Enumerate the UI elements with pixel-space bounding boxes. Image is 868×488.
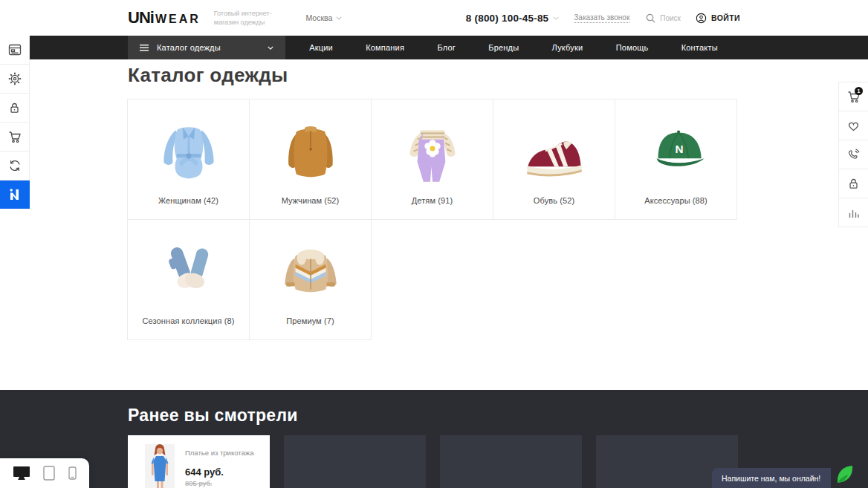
gear-icon	[8, 72, 22, 85]
phone-number[interactable]: 8 (800) 100-45-85	[466, 13, 559, 24]
top-header: UNi Wear Готовый интернет- магазин одежд…	[0, 0, 868, 36]
chevron-down-icon	[553, 16, 559, 20]
recently-viewed-title: Ранее вы смотрели	[128, 390, 740, 426]
nav-item-kontakty[interactable]: Контакты	[681, 43, 718, 52]
category-image-camel-sweater	[250, 111, 371, 195]
viewed-placeholder-card	[284, 435, 426, 488]
access-button[interactable]	[0, 94, 30, 123]
recently-viewed-row: Платье из трикотажа 644 руб. 805 руб.	[128, 435, 740, 488]
category-image-lilac-romper	[372, 111, 493, 195]
category-image-shearling-jacket	[250, 232, 371, 315]
category-card-seasonal[interactable]: Сезонная коллекция (8)	[127, 219, 250, 340]
callback-button[interactable]	[838, 140, 868, 169]
phone-callback-icon	[847, 149, 860, 161]
nav-item-akcii[interactable]: Акции	[309, 43, 333, 52]
chat-message: Напишите нам, мы онлайн!	[722, 474, 820, 483]
account-lock-button[interactable]	[838, 169, 868, 198]
category-label: Обувь (52)	[534, 196, 574, 205]
cart-count-badge: 1	[855, 87, 863, 95]
tablet-preview-icon[interactable]	[43, 466, 55, 481]
category-image-blue-gloves	[128, 232, 249, 315]
category-label: Детям (91)	[412, 196, 453, 205]
nethouse-logo-icon	[7, 187, 22, 202]
category-label: Женщинам (42)	[158, 196, 218, 205]
category-card-kids[interactable]: Детям (91)	[371, 99, 493, 220]
category-image-burgundy-sneaker	[493, 111, 615, 195]
sync-button[interactable]	[0, 152, 30, 180]
mobile-preview-icon[interactable]	[68, 466, 77, 480]
category-label: Сезонная коллекция (8)	[143, 316, 235, 325]
nav-item-kompaniya[interactable]: Компания	[366, 43, 404, 52]
settings-button[interactable]	[0, 65, 30, 94]
callback-link[interactable]: Заказать звонок	[574, 13, 629, 23]
stats-bars-icon	[848, 207, 860, 218]
search-icon	[646, 13, 655, 23]
chevron-down-icon	[336, 16, 342, 20]
category-image-green-cap: N	[615, 111, 736, 195]
desktop-preview-icon[interactable]	[13, 466, 30, 481]
chat-widget[interactable]: Напишите нам, мы онлайн!	[712, 468, 831, 488]
product-photo-blue-dress	[145, 444, 175, 488]
category-label: Премиум (7)	[286, 316, 334, 325]
viewed-product-old-price: 805 руб.	[185, 479, 253, 487]
category-card-women[interactable]: Женщинам (42)	[127, 99, 250, 220]
sync-icon	[8, 159, 22, 172]
category-image-blue-blouse	[128, 111, 249, 195]
category-card-shoes[interactable]: Обувь (52)	[493, 99, 615, 220]
lock-icon	[847, 178, 860, 190]
login-button[interactable]: Войти	[696, 13, 740, 24]
logo-text-bold: UNi	[128, 8, 154, 27]
lock-icon	[8, 102, 21, 114]
chat-leaf-icon[interactable]	[835, 465, 855, 485]
viewed-product-price: 644 руб.	[185, 466, 253, 478]
category-label: Аксессуары (88)	[644, 196, 707, 205]
nav-links: Акции Компания Блог Бренды Лукбуки Помощ…	[285, 36, 868, 59]
device-preview-panel	[0, 458, 89, 488]
nethouse-logo-button[interactable]	[0, 180, 30, 209]
viewed-placeholder-card	[440, 435, 582, 488]
cart-button[interactable]: 1	[838, 82, 868, 111]
hamburger-icon	[140, 45, 149, 51]
pages-button[interactable]	[0, 36, 30, 65]
favorites-button[interactable]	[838, 111, 868, 140]
main-content: Главная / Каталог одежды Каталог одежды	[0, 36, 868, 340]
category-grid: Женщинам (42) Мужчинам (52)	[128, 100, 740, 340]
viewed-product-name: Платье из трикотажа	[185, 449, 253, 458]
orders-button[interactable]	[0, 123, 30, 152]
category-card-men[interactable]: Мужчинам (52)	[249, 99, 372, 220]
catalog-menu-button[interactable]: Каталог одежды	[128, 36, 285, 59]
category-card-accessories[interactable]: N Аксессуары (88)	[615, 99, 737, 220]
search-button[interactable]: Поиск	[646, 13, 681, 23]
logo-text-light: Wear	[155, 13, 201, 26]
shop-toolbar: 1	[838, 82, 868, 227]
pages-icon	[8, 44, 22, 56]
cart-icon	[8, 131, 22, 143]
nav-item-brendy[interactable]: Бренды	[488, 43, 519, 52]
chevron-down-icon	[268, 46, 273, 50]
viewed-product-card[interactable]: Платье из трикотажа 644 руб. 805 руб.	[128, 435, 270, 488]
svg-text:N: N	[675, 143, 683, 155]
category-label: Мужчинам (52)	[282, 196, 340, 205]
store-logo[interactable]: UNi Wear	[128, 8, 201, 27]
city-selector[interactable]: Москва	[306, 13, 343, 22]
main-nav: Каталог одежды Акции Компания Блог Бренд…	[30, 36, 868, 59]
nav-item-lukbuki[interactable]: Лукбуки	[552, 43, 583, 52]
store-tagline: Готовый интернет- магазин одежды	[214, 9, 272, 27]
heart-icon	[847, 120, 860, 131]
nav-item-blog[interactable]: Блог	[437, 43, 456, 52]
category-card-premium[interactable]: Премиум (7)	[249, 219, 372, 340]
user-icon	[696, 13, 707, 24]
nav-item-pomosch[interactable]: Помощь	[616, 43, 649, 52]
editor-toolbar	[0, 36, 30, 209]
page-title: Каталог одежды	[128, 64, 740, 87]
compare-button[interactable]	[838, 198, 868, 227]
